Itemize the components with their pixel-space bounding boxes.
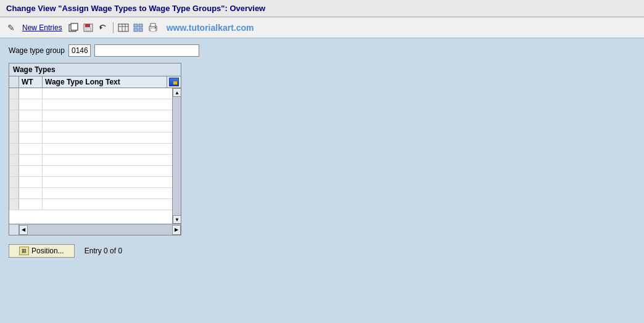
table-icon[interactable] bbox=[117, 22, 130, 34]
toolbar-separator-1 bbox=[113, 22, 114, 33]
table-cell-desc bbox=[43, 166, 181, 176]
table-cell-desc bbox=[43, 99, 181, 110]
scroll-track bbox=[173, 97, 181, 215]
copy-icon[interactable] bbox=[67, 22, 80, 34]
table-row bbox=[9, 144, 181, 155]
table-footer: ◀ ▶ bbox=[9, 224, 181, 235]
table-cell-wt bbox=[19, 199, 43, 210]
svg-rect-4 bbox=[86, 28, 91, 31]
svg-rect-3 bbox=[85, 24, 90, 27]
table-cell-desc bbox=[43, 133, 181, 143]
scrollbar-horizontal[interactable]: ◀ ▶ bbox=[19, 224, 181, 235]
col-header-wt: WT bbox=[19, 76, 43, 88]
wage-type-group-row: Wage type group 0146 bbox=[9, 44, 635, 57]
table-cell-desc bbox=[43, 121, 181, 132]
row-selector[interactable] bbox=[9, 121, 19, 132]
bottom-bar: ⊞ Position... Entry 0 of 0 bbox=[9, 244, 635, 258]
footer-spacer bbox=[9, 224, 19, 235]
wage-types-table: Wage Types WT Wage Type Long Text bbox=[9, 63, 181, 235]
wage-type-group-input[interactable] bbox=[94, 44, 199, 57]
table-cell-wt bbox=[19, 177, 43, 187]
col-header-icon-cell[interactable] bbox=[167, 76, 181, 88]
scroll-left-arrow[interactable]: ◀ bbox=[19, 225, 28, 235]
wage-type-group-value: 0146 bbox=[68, 44, 91, 57]
table-row bbox=[9, 166, 181, 177]
svg-marker-5 bbox=[100, 26, 102, 30]
scrollbar-vertical[interactable]: ▲ ▼ bbox=[172, 88, 181, 224]
table-row bbox=[9, 110, 181, 121]
position-button-label: Position... bbox=[31, 247, 64, 255]
table-cell-desc bbox=[43, 110, 181, 121]
svg-rect-1 bbox=[71, 23, 78, 30]
table-header: WT Wage Type Long Text bbox=[9, 76, 181, 88]
column-settings-icon[interactable] bbox=[169, 78, 179, 86]
table-section-header: Wage Types bbox=[9, 63, 181, 76]
scroll-down-arrow[interactable]: ▼ bbox=[173, 215, 181, 224]
table-cell-wt bbox=[19, 88, 43, 99]
row-selector[interactable] bbox=[9, 88, 19, 99]
scroll-h-track bbox=[28, 224, 172, 235]
svg-rect-11 bbox=[139, 24, 142, 27]
table-cell-desc bbox=[43, 188, 181, 198]
row-selector[interactable] bbox=[9, 99, 19, 110]
new-entries-button[interactable]: New Entries bbox=[20, 22, 65, 33]
svg-rect-6 bbox=[118, 24, 128, 31]
title-bar: Change View "Assign Wage Types to Wage T… bbox=[0, 0, 644, 17]
print-icon[interactable] bbox=[147, 22, 159, 34]
table-cell-desc bbox=[43, 144, 181, 154]
position-button[interactable]: ⊞ Position... bbox=[9, 244, 75, 258]
entry-count: Entry 0 of 0 bbox=[85, 247, 122, 255]
table-cell-wt bbox=[19, 133, 43, 143]
svg-rect-15 bbox=[151, 23, 155, 27]
content-area: Wage type group 0146 Wage Types WT Wage … bbox=[0, 38, 644, 264]
pencil-icon[interactable]: ✎ bbox=[5, 22, 17, 34]
watermark-text: www.tutorialkart.com bbox=[167, 23, 254, 33]
grid-icon[interactable] bbox=[132, 22, 144, 34]
table-row bbox=[9, 121, 181, 133]
row-selector[interactable] bbox=[9, 144, 19, 154]
table-row bbox=[9, 177, 181, 188]
row-selector[interactable] bbox=[9, 166, 19, 176]
svg-rect-16 bbox=[151, 28, 155, 31]
svg-rect-12 bbox=[134, 28, 138, 31]
table-cell-desc bbox=[43, 199, 181, 210]
table-cell-desc bbox=[43, 177, 181, 187]
row-selector[interactable] bbox=[9, 188, 19, 198]
table-cell-wt bbox=[19, 99, 43, 110]
table-cell-wt bbox=[19, 110, 43, 121]
svg-rect-13 bbox=[139, 28, 142, 31]
wage-type-group-label: Wage type group bbox=[9, 46, 65, 55]
table-cell-desc bbox=[43, 88, 181, 99]
row-selector[interactable] bbox=[9, 110, 19, 121]
table-row bbox=[9, 99, 181, 110]
row-selector[interactable] bbox=[9, 133, 19, 143]
table-cell-wt bbox=[19, 155, 43, 165]
row-selector[interactable] bbox=[9, 177, 19, 187]
svg-rect-10 bbox=[134, 24, 138, 27]
save-red-icon[interactable] bbox=[82, 22, 94, 34]
table-cell-wt bbox=[19, 144, 43, 154]
table-cell-wt bbox=[19, 121, 43, 132]
page-title: Change View "Assign Wage Types to Wage T… bbox=[6, 4, 265, 13]
table-row bbox=[9, 155, 181, 166]
table-cell-desc bbox=[43, 155, 181, 165]
table-row bbox=[9, 188, 181, 199]
row-selector[interactable] bbox=[9, 155, 19, 165]
table-cell-wt bbox=[19, 166, 43, 176]
table-row bbox=[9, 88, 181, 99]
table-row bbox=[9, 133, 181, 144]
row-selector[interactable] bbox=[9, 199, 19, 210]
scroll-right-arrow[interactable]: ▶ bbox=[172, 225, 181, 235]
scroll-up-arrow[interactable]: ▲ bbox=[173, 88, 181, 97]
col-header-desc: Wage Type Long Text bbox=[43, 76, 167, 88]
table-row bbox=[9, 199, 181, 210]
position-icon: ⊞ bbox=[19, 247, 29, 255]
table-body: ▲ ▼ bbox=[9, 88, 181, 224]
toolbar: ✎ New Entries bbox=[0, 17, 644, 38]
undo-icon[interactable] bbox=[97, 22, 109, 34]
svg-point-17 bbox=[155, 27, 156, 28]
table-cell-wt bbox=[19, 188, 43, 198]
